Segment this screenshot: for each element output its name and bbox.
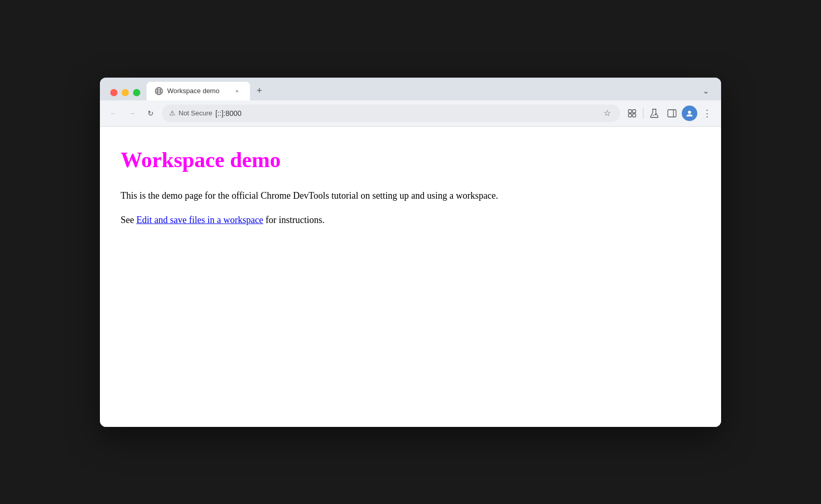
sidebar-button[interactable] xyxy=(664,106,680,121)
url-display: [::]:8000 xyxy=(215,109,598,117)
svg-point-14 xyxy=(688,111,691,114)
maximize-button[interactable] xyxy=(133,89,140,96)
link-suffix: for instructions. xyxy=(263,215,325,225)
toolbar-divider xyxy=(643,108,643,118)
globe-icon xyxy=(155,87,163,95)
page-link-line: See Edit and save files in a workspace f… xyxy=(121,213,700,227)
forward-button[interactable]: → xyxy=(125,106,139,121)
not-secure-label: Not Secure xyxy=(179,109,212,117)
page-description: This is the demo page for the official C… xyxy=(121,189,700,203)
profile-button[interactable] xyxy=(682,106,697,121)
svg-rect-6 xyxy=(633,110,636,113)
close-button[interactable] xyxy=(110,89,118,96)
page-content: Workspace demo This is the demo page for… xyxy=(100,127,721,427)
flask-icon xyxy=(650,108,659,118)
tab-area: Workspace demo × + xyxy=(146,82,698,100)
svg-rect-7 xyxy=(628,114,632,117)
toolbar-right: ⋮ xyxy=(624,106,715,121)
title-bar: Workspace demo × + ⌄ xyxy=(100,78,721,100)
bookmark-button[interactable]: ☆ xyxy=(602,106,613,120)
not-secure-icon: ⚠ xyxy=(169,109,175,117)
tab-dropdown-button[interactable]: ⌄ xyxy=(698,84,713,98)
reload-button[interactable]: ↻ xyxy=(143,106,158,121)
lab-button[interactable] xyxy=(647,106,662,121)
page-heading: Workspace demo xyxy=(121,147,700,172)
more-button[interactable]: ⋮ xyxy=(699,106,715,121)
tab-title: Workspace demo xyxy=(167,87,228,95)
back-button[interactable]: ← xyxy=(106,106,121,121)
workspace-link[interactable]: Edit and save files in a workspace xyxy=(137,215,263,225)
svg-rect-12 xyxy=(668,110,676,117)
extensions-button[interactable] xyxy=(624,106,640,121)
address-bar[interactable]: ⚠ Not Secure [::]:8000 ☆ xyxy=(162,105,620,122)
new-tab-button[interactable]: + xyxy=(252,84,267,98)
browser-window: Workspace demo × + ⌄ ← → ↻ ⚠ Not Secure … xyxy=(100,78,721,427)
minimize-button[interactable] xyxy=(122,89,129,96)
svg-point-11 xyxy=(655,113,656,115)
toolbar: ← → ↻ ⚠ Not Secure [::]:8000 ☆ xyxy=(100,100,721,127)
traffic-lights xyxy=(104,85,146,100)
svg-point-10 xyxy=(653,115,654,116)
tab-close-button[interactable]: × xyxy=(232,86,242,96)
link-prefix: See xyxy=(121,215,137,225)
sidebar-icon xyxy=(667,109,677,117)
svg-rect-5 xyxy=(628,110,632,113)
active-tab[interactable]: Workspace demo × xyxy=(146,82,250,100)
extensions-icon xyxy=(627,109,637,118)
profile-icon xyxy=(685,109,694,117)
svg-rect-8 xyxy=(633,114,636,117)
